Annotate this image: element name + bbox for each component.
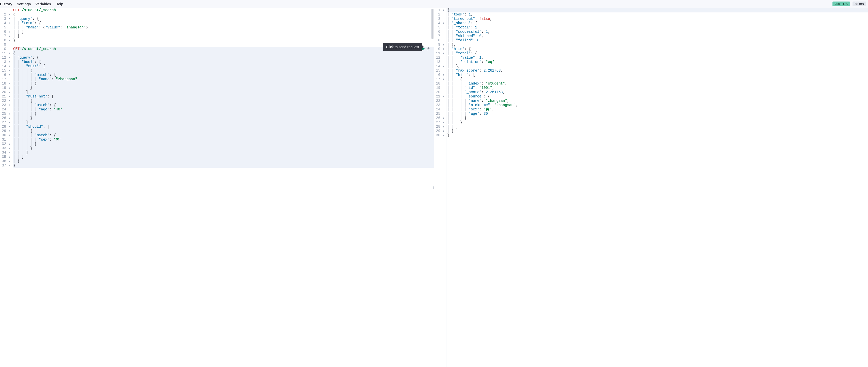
wrench-icon[interactable] <box>426 47 430 51</box>
request-scrollbar[interactable] <box>431 9 433 39</box>
status-code-badge: 200 - OK <box>833 2 850 6</box>
response-editor[interactable]: 1 ▾ 2 3 4 ▾ 5 6 7 8 9 ▴10 ▾11 ▾12 13 14 … <box>434 8 868 367</box>
menu-settings[interactable]: Settings <box>17 2 31 6</box>
request-pane: 1 2 ▾ 3 ▾ 4 ▾ 5 6 ▴ 7 ▴ 8 ▴ 9 10 11 ▾12 … <box>0 8 434 367</box>
status-group: 200 - OK 58 ms <box>833 2 866 6</box>
response-pane: 1 ▾ 2 3 4 ▾ 5 6 7 8 9 ▴10 ▾11 ▾12 13 14 … <box>434 8 868 367</box>
menu-history[interactable]: History <box>0 2 12 6</box>
menu-help[interactable]: Help <box>56 2 63 6</box>
response-code[interactable]: {│ "took": 1,│ "timed_out": false,│ "_sh… <box>446 8 868 367</box>
topbar: History Settings Variables Help 200 - OK… <box>0 0 868 8</box>
response-gutter: 1 ▾ 2 3 4 ▾ 5 6 7 8 9 ▴10 ▾11 ▾12 13 14 … <box>434 8 446 367</box>
status-time-badge: 58 ms <box>852 2 866 6</box>
request-gutter: 1 2 ▾ 3 ▾ 4 ▾ 5 6 ▴ 7 ▴ 8 ▴ 9 10 11 ▾12 … <box>0 8 12 367</box>
send-request-tooltip: Click to send request <box>383 43 422 51</box>
request-code[interactable]: GET /student/_search{│ "query": {│ │ "te… <box>12 8 434 367</box>
menu-variables[interactable]: Variables <box>35 2 51 6</box>
menu: History Settings Variables Help <box>0 2 63 6</box>
request-editor[interactable]: 1 2 ▾ 3 ▾ 4 ▾ 5 6 ▴ 7 ▴ 8 ▴ 9 10 11 ▾12 … <box>0 8 434 367</box>
split-container: 1 2 ▾ 3 ▾ 4 ▾ 5 6 ▴ 7 ▴ 8 ▴ 9 10 11 ▾12 … <box>0 8 868 367</box>
